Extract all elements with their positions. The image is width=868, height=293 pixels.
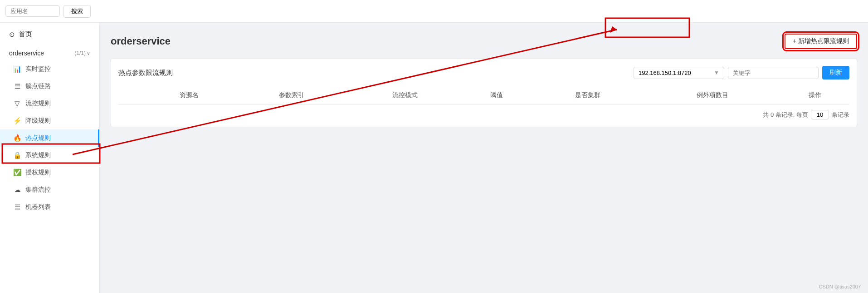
sidebar-label-machine: 机器列表 — [25, 203, 51, 211]
col-param-index: 参数索引 — [235, 87, 348, 104]
sidebar-item-degrade[interactable]: ⚡降级规则 — [0, 112, 99, 129]
trace-icon: ☰ — [14, 83, 21, 90]
system-icon: 🔒 — [14, 152, 21, 159]
rules-table: 资源名 参数索引 流控模式 阈值 是否集群 例外项数目 操作 — [118, 87, 849, 104]
col-threshold: 阈值 — [462, 87, 531, 104]
total-records-text: 共 0 条记录, 每页 — [763, 111, 808, 119]
footer-suffix: 条记录 — [832, 111, 849, 119]
top-bar: 搜索 — [0, 0, 868, 23]
auth-icon: ✅ — [14, 169, 21, 176]
sidebar-service[interactable]: orderservice (1/1)∨ — [0, 46, 99, 60]
sidebar-label-degrade: 降级规则 — [25, 117, 51, 125]
page-header: orderservice + 新增热点限流规则 — [111, 34, 857, 49]
col-cluster: 是否集群 — [531, 87, 644, 104]
add-hotspot-rule-button[interactable]: + 新增热点限流规则 — [785, 34, 857, 49]
sidebar-items: 📊实时监控☰簇点链路▽流控规则⚡降级规则🔥热点规则🔒系统规则✅授权规则☁集群流控… — [0, 60, 99, 216]
ip-selector[interactable]: 192.168.150.1:8720 ▼ — [634, 67, 724, 79]
card-controls: 192.168.150.1:8720 ▼ 刷新 — [634, 66, 849, 79]
col-resource-name: 资源名 — [144, 87, 235, 104]
sidebar-item-trace[interactable]: ☰簇点链路 — [0, 78, 99, 95]
sidebar-item-machine[interactable]: ☰机器列表 — [0, 199, 99, 216]
sidebar: ⊙ 首页 orderservice (1/1)∨ 📊实时监控☰簇点链路▽流控规则… — [0, 23, 100, 293]
service-meta: (1/1)∨ — [74, 50, 90, 56]
chevron-down-icon: ▼ — [714, 70, 719, 76]
sidebar-home[interactable]: ⊙ 首页 — [0, 23, 99, 46]
main-layout: ⊙ 首页 orderservice (1/1)∨ 📊实时监控☰簇点链路▽流控规则… — [0, 23, 868, 293]
refresh-button[interactable]: 刷新 — [822, 66, 849, 79]
sidebar-item-cluster[interactable]: ☁集群流控 — [0, 181, 99, 199]
col-flow-mode: 流控模式 — [348, 87, 462, 104]
degrade-icon: ⚡ — [14, 117, 21, 124]
sidebar-item-hotspot[interactable]: 🔥热点规则 — [0, 129, 99, 147]
sidebar-label-cluster: 集群流控 — [25, 186, 51, 194]
sidebar-label-trace: 簇点链路 — [25, 82, 51, 90]
sidebar-item-system[interactable]: 🔒系统规则 — [0, 147, 99, 164]
keyword-input[interactable] — [728, 67, 819, 79]
cluster-icon: ☁ — [14, 186, 21, 194]
sidebar-item-flow[interactable]: ▽流控规则 — [0, 95, 99, 112]
sidebar-label-realtime: 实时监控 — [25, 65, 51, 73]
sidebar-label-auth: 授权规则 — [25, 169, 51, 177]
card-title: 热点参数限流规则 — [118, 69, 173, 77]
service-name: orderservice — [9, 50, 44, 57]
table-footer: 共 0 条记录, 每页 条记录 — [118, 104, 849, 119]
page-title: orderservice — [111, 35, 171, 47]
search-button[interactable]: 搜索 — [63, 5, 91, 18]
col-resource — [118, 87, 144, 104]
realtime-icon: 📊 — [14, 65, 21, 73]
machine-icon: ☰ — [14, 204, 21, 211]
ip-value: 192.168.150.1:8720 — [639, 70, 691, 76]
home-label: 首页 — [19, 30, 32, 39]
sidebar-label-hotspot: 热点规则 — [25, 134, 51, 142]
hotspot-icon: 🔥 — [14, 134, 21, 142]
home-icon: ⊙ — [9, 30, 15, 39]
per-page-input[interactable] — [811, 110, 829, 119]
flow-icon: ▽ — [14, 100, 21, 107]
col-exception-count: 例外项数目 — [644, 87, 780, 104]
sidebar-label-system: 系统规则 — [25, 151, 51, 159]
app-name-input[interactable] — [5, 5, 60, 17]
col-action: 操作 — [780, 87, 849, 104]
sidebar-label-flow: 流控规则 — [25, 99, 51, 108]
watermark: CSDN @tisus2007 — [819, 284, 861, 289]
sidebar-item-realtime[interactable]: 📊实时监控 — [0, 60, 99, 78]
table-header: 资源名 参数索引 流控模式 阈值 是否集群 例外项数目 操作 — [118, 87, 849, 104]
hotspot-rules-card: 热点参数限流规则 192.168.150.1:8720 ▼ 刷新 资源名 — [111, 58, 857, 127]
card-header: 热点参数限流规则 192.168.150.1:8720 ▼ 刷新 — [118, 66, 849, 79]
sidebar-item-auth[interactable]: ✅授权规则 — [0, 164, 99, 181]
content-area: orderservice + 新增热点限流规则 热点参数限流规则 192.168… — [100, 23, 868, 293]
